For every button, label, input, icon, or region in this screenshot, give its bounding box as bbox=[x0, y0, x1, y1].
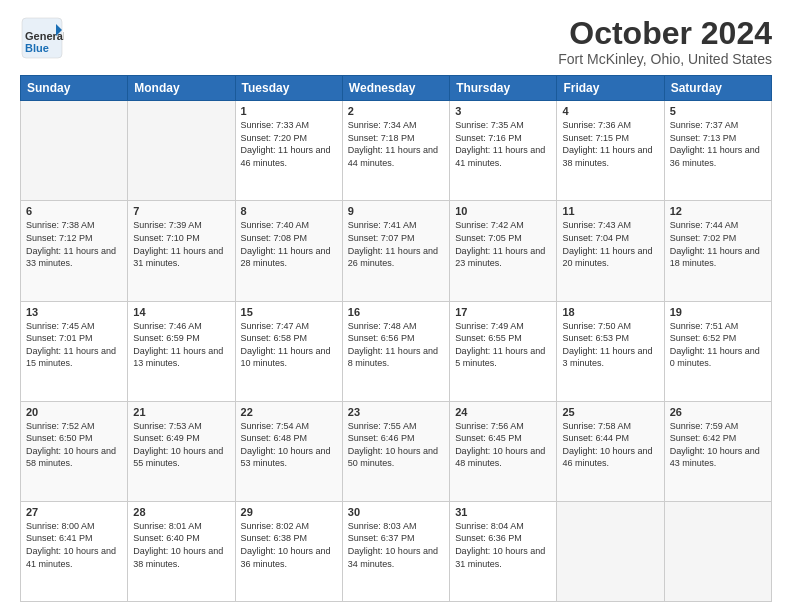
calendar-cell: 31Sunrise: 8:04 AMSunset: 6:36 PMDayligh… bbox=[450, 501, 557, 601]
svg-text:Blue: Blue bbox=[25, 42, 49, 54]
day-detail: Sunrise: 7:42 AMSunset: 7:05 PMDaylight:… bbox=[455, 219, 551, 269]
calendar-cell: 7Sunrise: 7:39 AMSunset: 7:10 PMDaylight… bbox=[128, 201, 235, 301]
month-title: October 2024 bbox=[558, 16, 772, 51]
calendar-cell: 1Sunrise: 7:33 AMSunset: 7:20 PMDaylight… bbox=[235, 101, 342, 201]
day-detail: Sunrise: 8:00 AMSunset: 6:41 PMDaylight:… bbox=[26, 520, 122, 570]
calendar-week-row: 6Sunrise: 7:38 AMSunset: 7:12 PMDaylight… bbox=[21, 201, 772, 301]
day-detail: Sunrise: 7:36 AMSunset: 7:15 PMDaylight:… bbox=[562, 119, 658, 169]
calendar-cell: 19Sunrise: 7:51 AMSunset: 6:52 PMDayligh… bbox=[664, 301, 771, 401]
day-number: 13 bbox=[26, 306, 122, 318]
calendar-cell: 17Sunrise: 7:49 AMSunset: 6:55 PMDayligh… bbox=[450, 301, 557, 401]
title-section: October 2024 Fort McKinley, Ohio, United… bbox=[558, 16, 772, 67]
calendar-cell: 15Sunrise: 7:47 AMSunset: 6:58 PMDayligh… bbox=[235, 301, 342, 401]
day-detail: Sunrise: 7:50 AMSunset: 6:53 PMDaylight:… bbox=[562, 320, 658, 370]
day-number: 6 bbox=[26, 205, 122, 217]
day-detail: Sunrise: 7:59 AMSunset: 6:42 PMDaylight:… bbox=[670, 420, 766, 470]
day-number: 15 bbox=[241, 306, 337, 318]
calendar-cell bbox=[557, 501, 664, 601]
calendar-week-row: 27Sunrise: 8:00 AMSunset: 6:41 PMDayligh… bbox=[21, 501, 772, 601]
calendar-table: SundayMondayTuesdayWednesdayThursdayFrid… bbox=[20, 75, 772, 602]
calendar-cell: 11Sunrise: 7:43 AMSunset: 7:04 PMDayligh… bbox=[557, 201, 664, 301]
calendar-week-row: 13Sunrise: 7:45 AMSunset: 7:01 PMDayligh… bbox=[21, 301, 772, 401]
day-number: 3 bbox=[455, 105, 551, 117]
day-number: 20 bbox=[26, 406, 122, 418]
calendar-cell: 4Sunrise: 7:36 AMSunset: 7:15 PMDaylight… bbox=[557, 101, 664, 201]
day-number: 11 bbox=[562, 205, 658, 217]
day-number: 7 bbox=[133, 205, 229, 217]
day-detail: Sunrise: 7:55 AMSunset: 6:46 PMDaylight:… bbox=[348, 420, 444, 470]
day-detail: Sunrise: 7:35 AMSunset: 7:16 PMDaylight:… bbox=[455, 119, 551, 169]
day-detail: Sunrise: 7:46 AMSunset: 6:59 PMDaylight:… bbox=[133, 320, 229, 370]
header: General Blue October 2024 Fort McKinley,… bbox=[20, 16, 772, 67]
day-detail: Sunrise: 7:38 AMSunset: 7:12 PMDaylight:… bbox=[26, 219, 122, 269]
calendar-week-row: 20Sunrise: 7:52 AMSunset: 6:50 PMDayligh… bbox=[21, 401, 772, 501]
day-detail: Sunrise: 7:54 AMSunset: 6:48 PMDaylight:… bbox=[241, 420, 337, 470]
calendar-cell: 24Sunrise: 7:56 AMSunset: 6:45 PMDayligh… bbox=[450, 401, 557, 501]
calendar-header-tuesday: Tuesday bbox=[235, 76, 342, 101]
calendar-header-row: SundayMondayTuesdayWednesdayThursdayFrid… bbox=[21, 76, 772, 101]
calendar-cell: 22Sunrise: 7:54 AMSunset: 6:48 PMDayligh… bbox=[235, 401, 342, 501]
calendar-cell: 20Sunrise: 7:52 AMSunset: 6:50 PMDayligh… bbox=[21, 401, 128, 501]
day-number: 2 bbox=[348, 105, 444, 117]
day-detail: Sunrise: 8:01 AMSunset: 6:40 PMDaylight:… bbox=[133, 520, 229, 570]
day-detail: Sunrise: 7:58 AMSunset: 6:44 PMDaylight:… bbox=[562, 420, 658, 470]
calendar-cell: 26Sunrise: 7:59 AMSunset: 6:42 PMDayligh… bbox=[664, 401, 771, 501]
day-number: 10 bbox=[455, 205, 551, 217]
day-number: 29 bbox=[241, 506, 337, 518]
day-number: 22 bbox=[241, 406, 337, 418]
day-number: 28 bbox=[133, 506, 229, 518]
day-number: 21 bbox=[133, 406, 229, 418]
day-detail: Sunrise: 7:41 AMSunset: 7:07 PMDaylight:… bbox=[348, 219, 444, 269]
calendar-cell: 12Sunrise: 7:44 AMSunset: 7:02 PMDayligh… bbox=[664, 201, 771, 301]
calendar-cell: 6Sunrise: 7:38 AMSunset: 7:12 PMDaylight… bbox=[21, 201, 128, 301]
calendar-cell bbox=[664, 501, 771, 601]
calendar-cell: 13Sunrise: 7:45 AMSunset: 7:01 PMDayligh… bbox=[21, 301, 128, 401]
logo-icon: General Blue bbox=[20, 16, 64, 60]
calendar-cell: 27Sunrise: 8:00 AMSunset: 6:41 PMDayligh… bbox=[21, 501, 128, 601]
day-detail: Sunrise: 7:45 AMSunset: 7:01 PMDaylight:… bbox=[26, 320, 122, 370]
day-detail: Sunrise: 7:49 AMSunset: 6:55 PMDaylight:… bbox=[455, 320, 551, 370]
calendar-header-thursday: Thursday bbox=[450, 76, 557, 101]
day-number: 17 bbox=[455, 306, 551, 318]
day-number: 31 bbox=[455, 506, 551, 518]
day-detail: Sunrise: 7:43 AMSunset: 7:04 PMDaylight:… bbox=[562, 219, 658, 269]
day-detail: Sunrise: 7:53 AMSunset: 6:49 PMDaylight:… bbox=[133, 420, 229, 470]
calendar-cell: 3Sunrise: 7:35 AMSunset: 7:16 PMDaylight… bbox=[450, 101, 557, 201]
day-number: 23 bbox=[348, 406, 444, 418]
calendar-cell: 18Sunrise: 7:50 AMSunset: 6:53 PMDayligh… bbox=[557, 301, 664, 401]
calendar-header-friday: Friday bbox=[557, 76, 664, 101]
day-detail: Sunrise: 7:37 AMSunset: 7:13 PMDaylight:… bbox=[670, 119, 766, 169]
day-number: 24 bbox=[455, 406, 551, 418]
day-detail: Sunrise: 7:34 AMSunset: 7:18 PMDaylight:… bbox=[348, 119, 444, 169]
day-number: 19 bbox=[670, 306, 766, 318]
day-number: 16 bbox=[348, 306, 444, 318]
calendar-cell: 5Sunrise: 7:37 AMSunset: 7:13 PMDaylight… bbox=[664, 101, 771, 201]
day-detail: Sunrise: 7:33 AMSunset: 7:20 PMDaylight:… bbox=[241, 119, 337, 169]
page: General Blue October 2024 Fort McKinley,… bbox=[0, 0, 792, 612]
day-detail: Sunrise: 7:52 AMSunset: 6:50 PMDaylight:… bbox=[26, 420, 122, 470]
day-number: 18 bbox=[562, 306, 658, 318]
day-number: 1 bbox=[241, 105, 337, 117]
day-detail: Sunrise: 7:56 AMSunset: 6:45 PMDaylight:… bbox=[455, 420, 551, 470]
day-number: 14 bbox=[133, 306, 229, 318]
calendar-cell: 21Sunrise: 7:53 AMSunset: 6:49 PMDayligh… bbox=[128, 401, 235, 501]
day-detail: Sunrise: 7:44 AMSunset: 7:02 PMDaylight:… bbox=[670, 219, 766, 269]
calendar-cell bbox=[128, 101, 235, 201]
day-detail: Sunrise: 7:39 AMSunset: 7:10 PMDaylight:… bbox=[133, 219, 229, 269]
calendar-header-wednesday: Wednesday bbox=[342, 76, 449, 101]
calendar-cell: 28Sunrise: 8:01 AMSunset: 6:40 PMDayligh… bbox=[128, 501, 235, 601]
day-detail: Sunrise: 8:04 AMSunset: 6:36 PMDaylight:… bbox=[455, 520, 551, 570]
day-detail: Sunrise: 8:03 AMSunset: 6:37 PMDaylight:… bbox=[348, 520, 444, 570]
calendar-cell: 9Sunrise: 7:41 AMSunset: 7:07 PMDaylight… bbox=[342, 201, 449, 301]
day-number: 12 bbox=[670, 205, 766, 217]
day-number: 27 bbox=[26, 506, 122, 518]
calendar-cell: 14Sunrise: 7:46 AMSunset: 6:59 PMDayligh… bbox=[128, 301, 235, 401]
day-number: 4 bbox=[562, 105, 658, 117]
calendar-cell: 8Sunrise: 7:40 AMSunset: 7:08 PMDaylight… bbox=[235, 201, 342, 301]
day-number: 8 bbox=[241, 205, 337, 217]
day-detail: Sunrise: 7:51 AMSunset: 6:52 PMDaylight:… bbox=[670, 320, 766, 370]
calendar-cell: 2Sunrise: 7:34 AMSunset: 7:18 PMDaylight… bbox=[342, 101, 449, 201]
day-number: 5 bbox=[670, 105, 766, 117]
calendar-header-monday: Monday bbox=[128, 76, 235, 101]
calendar-header-sunday: Sunday bbox=[21, 76, 128, 101]
